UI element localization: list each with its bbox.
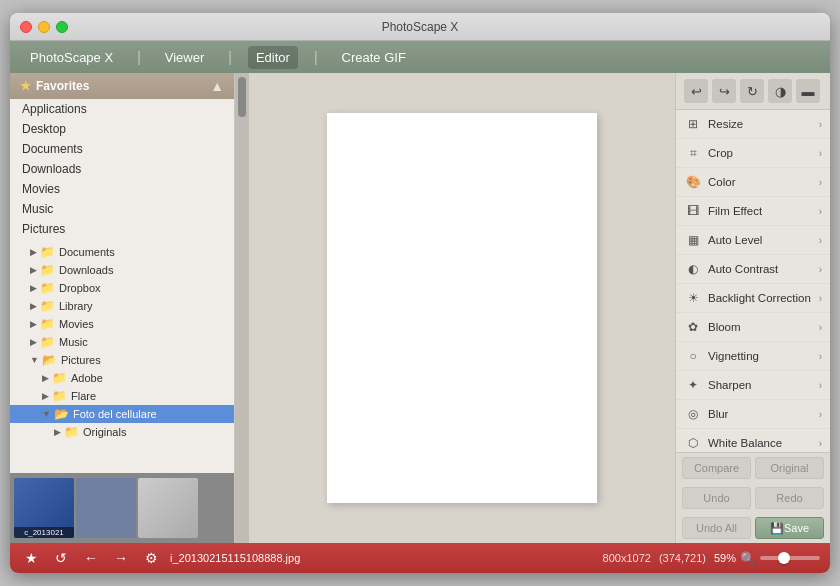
sharpen-icon: ✦ (684, 376, 702, 394)
menu-item-auto-level[interactable]: ▦ Auto Level › (676, 226, 830, 255)
folder-icon: 📁 (40, 281, 55, 295)
back-button[interactable]: ← (80, 547, 102, 569)
save-label: Save (784, 522, 809, 534)
fav-documents[interactable]: Documents (10, 139, 234, 159)
chevron-right-icon: › (819, 119, 822, 130)
right-panel: ↩ ↪ ↻ ◑ ▬ ⊞ Resize › ⌗ Crop › � (675, 73, 830, 543)
arrow-icon: ▶ (42, 373, 49, 383)
menu-item-bloom[interactable]: ✿ Bloom › (676, 313, 830, 342)
fav-downloads[interactable]: Downloads (10, 159, 234, 179)
compare-button[interactable]: Compare (682, 457, 751, 479)
arrow-icon: ▶ (30, 319, 37, 329)
sharpen-label: Sharpen (708, 379, 819, 391)
redo-button[interactable]: Redo (755, 487, 824, 509)
zoom-control: 59% 🔍 (714, 551, 820, 566)
thumbnail-item[interactable] (76, 478, 136, 538)
tree-movies[interactable]: ▶ 📁 Movies (10, 315, 234, 333)
arrow-icon: ▶ (30, 265, 37, 275)
tree-flare[interactable]: ▶ 📁 Flare (10, 387, 234, 405)
white-balance-label: White Balance (708, 437, 819, 449)
close-button[interactable] (20, 21, 32, 33)
color-mode-button[interactable]: ◑ (768, 79, 792, 103)
sidebar-collapse-icon[interactable]: ▲ (210, 78, 224, 94)
tree-adobe[interactable]: ▶ 📁 Adobe (10, 369, 234, 387)
forward-button[interactable]: → (110, 547, 132, 569)
thumb-label: c_2013021 (14, 527, 74, 538)
tree-music[interactable]: ▶ 📁 Music (10, 333, 234, 351)
chevron-right-icon: › (819, 206, 822, 217)
maximize-button[interactable] (56, 21, 68, 33)
thumbnail-item[interactable] (138, 478, 198, 538)
menu-item-blur[interactable]: ◎ Blur › (676, 400, 830, 429)
folder-icon: 📁 (40, 263, 55, 277)
menu-item-backlight[interactable]: ☀ Backlight Correction › (676, 284, 830, 313)
film-icon: 🎞 (684, 202, 702, 220)
original-button[interactable]: Original (755, 457, 824, 479)
tree-originals[interactable]: ▶ 📁 Originals (10, 423, 234, 441)
tree-item-label: Documents (59, 246, 115, 258)
arrow-icon: ▶ (30, 301, 37, 311)
zoom-slider[interactable] (760, 556, 820, 560)
rotate-ccw-button[interactable]: ↩ (684, 79, 708, 103)
menu-editor[interactable]: Editor (248, 46, 298, 69)
fav-pictures[interactable]: Pictures (10, 219, 234, 239)
chevron-right-icon: › (819, 235, 822, 246)
right-menu-list: ⊞ Resize › ⌗ Crop › 🎨 Color › 🎞 Film Eff… (676, 110, 830, 452)
menu-sep-2: | (228, 49, 232, 65)
menu-item-vignetting[interactable]: ○ Vignetting › (676, 342, 830, 371)
menu-item-crop[interactable]: ⌗ Crop › (676, 139, 830, 168)
undo-button[interactable]: Undo (682, 487, 751, 509)
tree-item-label: Flare (71, 390, 96, 402)
tree-documents[interactable]: ▶ 📁 Documents (10, 243, 234, 261)
tree-foto-cellulare[interactable]: ▼ 📂 Foto del cellulare (10, 405, 234, 423)
sidebar-list: Applications Desktop Documents Downloads… (10, 99, 234, 473)
crop-preset-button[interactable]: ▬ (796, 79, 820, 103)
blur-icon: ◎ (684, 405, 702, 423)
right-bottom-actions: Compare Original Undo Redo Undo All 💾 Sa… (676, 452, 830, 543)
menu-item-color[interactable]: 🎨 Color › (676, 168, 830, 197)
undo-all-button[interactable]: Undo All (682, 517, 751, 539)
settings-button[interactable]: ⚙ (140, 547, 162, 569)
tree-downloads[interactable]: ▶ 📁 Downloads (10, 261, 234, 279)
save-button[interactable]: 💾 Save (755, 517, 824, 539)
fav-applications[interactable]: Applications (10, 99, 234, 119)
tree-dropbox[interactable]: ▶ 📁 Dropbox (10, 279, 234, 297)
tree-item-label: Movies (59, 318, 94, 330)
color-label: Color (708, 176, 819, 188)
fav-desktop[interactable]: Desktop (10, 119, 234, 139)
sidebar: ★ Favorites ▲ Applications Desktop Docum… (10, 73, 235, 543)
backlight-label: Backlight Correction (708, 292, 819, 304)
menu-item-sharpen[interactable]: ✦ Sharpen › (676, 371, 830, 400)
fav-music[interactable]: Music (10, 199, 234, 219)
sidebar-header-text: ★ Favorites (20, 79, 89, 93)
vignetting-label: Vignetting (708, 350, 819, 362)
menu-item-resize[interactable]: ⊞ Resize › (676, 110, 830, 139)
menu-viewer[interactable]: Viewer (157, 46, 213, 69)
tree-library[interactable]: ▶ 📁 Library (10, 297, 234, 315)
tree-item-label: Originals (83, 426, 126, 438)
menu-item-film-effect[interactable]: 🎞 Film Effect › (676, 197, 830, 226)
arrow-icon: ▼ (30, 355, 39, 365)
menu-create-gif[interactable]: Create GIF (334, 46, 414, 69)
status-dimensions: 800x1072 (603, 552, 651, 564)
scroll-thumb[interactable] (238, 77, 246, 117)
fav-movies[interactable]: Movies (10, 179, 234, 199)
minimize-button[interactable] (38, 21, 50, 33)
thumbnail-item[interactable]: c_2013021 (14, 478, 74, 538)
rotate-cw-button[interactable]: ↪ (712, 79, 736, 103)
refresh-button[interactable]: ↺ (50, 547, 72, 569)
menu-photoscape[interactable]: PhotoScape X (22, 46, 121, 69)
resize-label: Resize (708, 118, 819, 130)
flip-button[interactable]: ↻ (740, 79, 764, 103)
tree-pictures[interactable]: ▼ 📂 Pictures (10, 351, 234, 369)
menu-item-white-balance[interactable]: ⬡ White Balance › (676, 429, 830, 452)
favorite-button[interactable]: ★ (20, 547, 42, 569)
auto-level-icon: ▦ (684, 231, 702, 249)
chevron-right-icon: › (819, 264, 822, 275)
menu-item-auto-contrast[interactable]: ◐ Auto Contrast › (676, 255, 830, 284)
crop-label: Crop (708, 147, 819, 159)
zoom-slider-thumb[interactable] (778, 552, 790, 564)
scrollbar[interactable] (235, 73, 249, 543)
right-toolbar: ↩ ↪ ↻ ◑ ▬ (676, 73, 830, 110)
menu-sep-3: | (314, 49, 318, 65)
